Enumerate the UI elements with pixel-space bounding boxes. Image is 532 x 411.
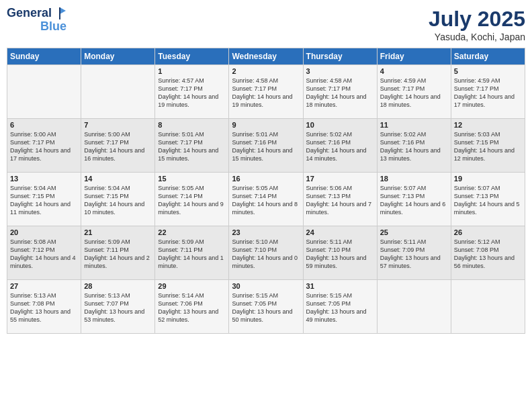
week-row-5: 27Sunrise: 5:13 AM Sunset: 7:08 PM Dayli… — [7, 280, 525, 334]
day-info: Sunrise: 5:07 AM Sunset: 7:13 PM Dayligh… — [380, 184, 448, 217]
day-number: 8 — [158, 121, 226, 129]
day-info: Sunrise: 4:57 AM Sunset: 7:17 PM Dayligh… — [158, 77, 226, 109]
day-number: 5 — [454, 67, 522, 75]
day-info: Sunrise: 5:00 AM Sunset: 7:17 PM Dayligh… — [84, 130, 152, 163]
calendar-cell: 12Sunrise: 5:03 AM Sunset: 7:15 PM Dayli… — [451, 119, 525, 173]
day-number: 4 — [380, 67, 448, 75]
day-number: 19 — [454, 175, 522, 183]
calendar-cell: 23Sunrise: 5:10 AM Sunset: 7:10 PM Dayli… — [229, 226, 303, 280]
calendar-cell: 31Sunrise: 5:15 AM Sunset: 7:05 PM Dayli… — [303, 280, 377, 334]
day-number: 3 — [306, 67, 374, 75]
day-number: 26 — [454, 228, 522, 236]
calendar-cell: 18Sunrise: 5:07 AM Sunset: 7:13 PM Dayli… — [377, 173, 451, 226]
day-number: 11 — [380, 121, 448, 129]
day-number: 20 — [10, 228, 78, 236]
day-number: 13 — [10, 175, 78, 183]
day-info: Sunrise: 5:08 AM Sunset: 7:12 PM Dayligh… — [10, 238, 78, 271]
day-info: Sunrise: 4:58 AM Sunset: 7:17 PM Dayligh… — [232, 77, 300, 109]
week-row-1: 1Sunrise: 4:57 AM Sunset: 7:17 PM Daylig… — [7, 65, 525, 119]
day-info: Sunrise: 5:05 AM Sunset: 7:14 PM Dayligh… — [158, 184, 226, 217]
svg-marker-0 — [60, 7, 66, 14]
day-number: 22 — [158, 228, 226, 236]
day-number: 9 — [232, 121, 300, 129]
day-info: Sunrise: 5:09 AM Sunset: 7:11 PM Dayligh… — [158, 238, 226, 271]
calendar-cell: 1Sunrise: 4:57 AM Sunset: 7:17 PM Daylig… — [155, 65, 229, 119]
day-number: 21 — [84, 228, 152, 236]
day-info: Sunrise: 5:04 AM Sunset: 7:15 PM Dayligh… — [10, 184, 78, 217]
day-number: 14 — [84, 175, 152, 183]
calendar-table: SundayMondayTuesdayWednesdayThursdayFrid… — [7, 48, 525, 334]
day-info: Sunrise: 4:59 AM Sunset: 7:17 PM Dayligh… — [454, 77, 522, 109]
day-info: Sunrise: 5:11 AM Sunset: 7:09 PM Dayligh… — [380, 238, 448, 271]
calendar-cell — [7, 65, 81, 119]
calendar-subtitle: Yasuda, Kochi, Japan — [429, 32, 525, 42]
logo-flag-icon — [53, 7, 66, 20]
header-cell-sunday: Sunday — [7, 48, 81, 65]
header-cell-friday: Friday — [377, 48, 451, 65]
day-info: Sunrise: 5:03 AM Sunset: 7:15 PM Dayligh… — [454, 130, 522, 163]
day-number: 24 — [306, 228, 374, 236]
calendar-cell — [81, 65, 155, 119]
day-info: Sunrise: 4:59 AM Sunset: 7:17 PM Dayligh… — [380, 77, 448, 109]
logo-blue: Blue — [40, 20, 66, 34]
calendar-cell: 5Sunrise: 4:59 AM Sunset: 7:17 PM Daylig… — [451, 65, 525, 119]
day-info: Sunrise: 5:00 AM Sunset: 7:17 PM Dayligh… — [10, 130, 78, 163]
day-info: Sunrise: 5:10 AM Sunset: 7:10 PM Dayligh… — [232, 238, 300, 271]
calendar-cell: 9Sunrise: 5:01 AM Sunset: 7:16 PM Daylig… — [229, 119, 303, 173]
day-number: 6 — [10, 121, 78, 129]
week-row-2: 6Sunrise: 5:00 AM Sunset: 7:17 PM Daylig… — [7, 119, 525, 173]
day-number: 31 — [306, 282, 374, 290]
logo-general: General — [7, 7, 52, 20]
day-info: Sunrise: 5:07 AM Sunset: 7:13 PM Dayligh… — [454, 184, 522, 217]
day-number: 2 — [232, 67, 300, 75]
calendar-cell — [377, 280, 451, 334]
calendar-cell: 2Sunrise: 4:58 AM Sunset: 7:17 PM Daylig… — [229, 65, 303, 119]
calendar-cell: 27Sunrise: 5:13 AM Sunset: 7:08 PM Dayli… — [7, 280, 81, 334]
calendar-cell: 13Sunrise: 5:04 AM Sunset: 7:15 PM Dayli… — [7, 173, 81, 226]
day-number: 29 — [158, 282, 226, 290]
header-row: SundayMondayTuesdayWednesdayThursdayFrid… — [7, 48, 525, 65]
calendar-cell: 19Sunrise: 5:07 AM Sunset: 7:13 PM Dayli… — [451, 173, 525, 226]
day-number: 27 — [10, 282, 78, 290]
calendar-cell: 14Sunrise: 5:04 AM Sunset: 7:15 PM Dayli… — [81, 173, 155, 226]
logo: General Blue — [7, 7, 66, 34]
day-number: 15 — [158, 175, 226, 183]
day-info: Sunrise: 5:14 AM Sunset: 7:06 PM Dayligh… — [158, 291, 226, 324]
day-number: 18 — [380, 175, 448, 183]
day-number: 28 — [84, 282, 152, 290]
calendar-cell: 3Sunrise: 4:58 AM Sunset: 7:17 PM Daylig… — [303, 65, 377, 119]
day-number: 23 — [232, 228, 300, 236]
header-cell-tuesday: Tuesday — [155, 48, 229, 65]
calendar-cell: 16Sunrise: 5:05 AM Sunset: 7:14 PM Dayli… — [229, 173, 303, 226]
calendar-cell: 21Sunrise: 5:09 AM Sunset: 7:11 PM Dayli… — [81, 226, 155, 280]
calendar-cell — [451, 280, 525, 334]
day-info: Sunrise: 5:15 AM Sunset: 7:05 PM Dayligh… — [232, 291, 300, 324]
day-info: Sunrise: 5:01 AM Sunset: 7:17 PM Dayligh… — [158, 130, 226, 163]
header-cell-wednesday: Wednesday — [229, 48, 303, 65]
day-number: 17 — [306, 175, 374, 183]
day-info: Sunrise: 5:09 AM Sunset: 7:11 PM Dayligh… — [84, 238, 152, 271]
header-cell-monday: Monday — [81, 48, 155, 65]
title-block: July 2025 Yasuda, Kochi, Japan — [429, 7, 525, 42]
day-number: 16 — [232, 175, 300, 183]
svg-rect-1 — [59, 7, 60, 19]
day-number: 7 — [84, 121, 152, 129]
week-row-4: 20Sunrise: 5:08 AM Sunset: 7:12 PM Dayli… — [7, 226, 525, 280]
day-info: Sunrise: 5:05 AM Sunset: 7:14 PM Dayligh… — [232, 184, 300, 217]
calendar-cell: 25Sunrise: 5:11 AM Sunset: 7:09 PM Dayli… — [377, 226, 451, 280]
calendar-cell: 17Sunrise: 5:06 AM Sunset: 7:13 PM Dayli… — [303, 173, 377, 226]
header-cell-thursday: Thursday — [303, 48, 377, 65]
header-cell-saturday: Saturday — [451, 48, 525, 65]
calendar-cell: 24Sunrise: 5:11 AM Sunset: 7:10 PM Dayli… — [303, 226, 377, 280]
calendar-cell: 28Sunrise: 5:13 AM Sunset: 7:07 PM Dayli… — [81, 280, 155, 334]
week-row-3: 13Sunrise: 5:04 AM Sunset: 7:15 PM Dayli… — [7, 173, 525, 226]
calendar-cell: 11Sunrise: 5:02 AM Sunset: 7:16 PM Dayli… — [377, 119, 451, 173]
day-info: Sunrise: 5:12 AM Sunset: 7:08 PM Dayligh… — [454, 238, 522, 271]
calendar-cell: 6Sunrise: 5:00 AM Sunset: 7:17 PM Daylig… — [7, 119, 81, 173]
day-info: Sunrise: 4:58 AM Sunset: 7:17 PM Dayligh… — [306, 77, 374, 109]
day-info: Sunrise: 5:11 AM Sunset: 7:10 PM Dayligh… — [306, 238, 374, 271]
calendar-cell: 10Sunrise: 5:02 AM Sunset: 7:16 PM Dayli… — [303, 119, 377, 173]
calendar-cell: 15Sunrise: 5:05 AM Sunset: 7:14 PM Dayli… — [155, 173, 229, 226]
calendar-cell: 8Sunrise: 5:01 AM Sunset: 7:17 PM Daylig… — [155, 119, 229, 173]
calendar-cell: 29Sunrise: 5:14 AM Sunset: 7:06 PM Dayli… — [155, 280, 229, 334]
